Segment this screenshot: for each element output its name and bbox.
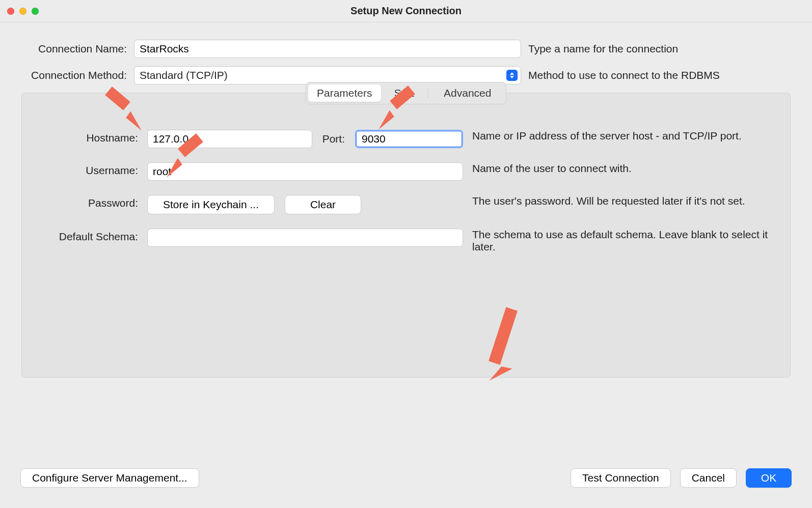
tab-parameters[interactable]: Parameters [308,84,381,102]
default-schema-label: Default Schema: [31,229,138,243]
username-help: Name of the user to connect with. [472,162,781,175]
tab-separator [428,88,428,99]
cancel-button[interactable]: Cancel [680,468,737,488]
tab-bar: Parameters SSL Advanced [306,82,506,104]
default-schema-help: The schema to use as default schema. Lea… [472,229,781,253]
connection-name-input[interactable] [134,40,521,58]
close-window-button[interactable] [7,8,14,15]
password-label: Password: [31,195,138,209]
minimize-window-button[interactable] [19,8,26,15]
zoom-window-button[interactable] [32,8,39,15]
dialog-footer: Configure Server Management... Test Conn… [20,468,792,488]
tab-advanced[interactable]: Advanced [431,84,504,102]
password-help: The user's password. Will be requested l… [472,195,781,207]
hostname-input[interactable] [147,130,312,148]
store-in-keychain-button[interactable]: Store in Keychain ... [147,195,275,214]
default-schema-input[interactable] [147,229,463,247]
row-connection-name: Connection Name: Type a name for the con… [17,40,795,58]
row-hostname: Hostname: Port: Name or IP address of th… [31,130,781,148]
parameters-panel: Parameters SSL Advanced Hostname: Port: … [21,93,791,378]
connection-method-help: Method to use to connect to the RDBMS [528,69,795,81]
test-connection-button[interactable]: Test Connection [571,468,671,488]
hostname-label: Hostname: [31,130,138,144]
titlebar: Setup New Connection [0,0,812,22]
port-label: Port: [322,133,345,145]
chevron-updown-icon [506,70,518,81]
window-controls [7,8,39,15]
connection-name-help: Type a name for the connection [528,43,795,55]
username-label: Username: [31,162,138,177]
username-input[interactable] [147,162,463,181]
window-title: Setup New Connection [0,5,812,17]
port-input[interactable] [355,130,463,148]
ok-button[interactable]: OK [746,468,792,488]
row-username: Username: Name of the user to connect wi… [31,162,781,181]
connection-method-value: Standard (TCP/IP) [140,69,228,81]
connection-name-label: Connection Name: [17,43,127,55]
tab-ssl[interactable]: SSL [384,84,425,102]
row-default-schema: Default Schema: The schema to use as def… [31,229,781,253]
hostname-help: Name or IP address of the server host - … [472,130,781,142]
connection-method-label: Connection Method: [17,69,127,81]
configure-server-management-button[interactable]: Configure Server Management... [20,468,199,488]
row-password: Password: Store in Keychain ... Clear Th… [31,195,781,214]
clear-password-button[interactable]: Clear [285,195,361,214]
dialog-body: Connection Name: Type a name for the con… [0,22,812,378]
